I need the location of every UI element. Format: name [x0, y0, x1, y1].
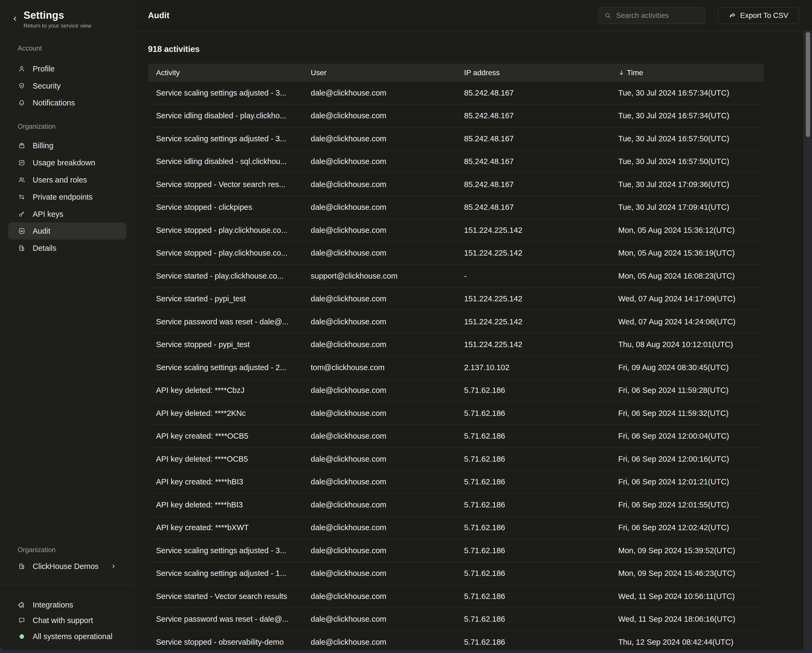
cell-activity: API key deleted: ****CbzJ — [156, 386, 311, 395]
sidebar-item-usage-breakdown[interactable]: Usage breakdown — [8, 154, 126, 171]
cell-time: Wed, 11 Sep 2024 10:56:11(UTC) — [618, 592, 764, 601]
cell-user: dale@clickhouse.com — [311, 157, 464, 166]
back-button[interactable] — [11, 15, 19, 24]
table-row[interactable]: Service stopped - observability-demo dal… — [148, 631, 764, 650]
activities-table: Activity User IP address Time Service sc… — [148, 64, 764, 650]
cell-activity: Service stopped - pypi_test — [156, 340, 311, 349]
section-label-organization-footer: Organization — [18, 546, 56, 554]
table-row[interactable]: Service started - Vector search results … — [148, 585, 764, 608]
chevron-right-icon — [110, 563, 117, 569]
sidebar-item-chat-support[interactable]: Chat with support — [8, 612, 126, 629]
table-row[interactable]: Service idling disabled - play.clickho..… — [148, 105, 764, 128]
cell-time: Fri, 06 Sep 2024 12:01:55(UTC) — [618, 500, 764, 509]
table-row[interactable]: API key deleted: ****2KNc dale@clickhous… — [148, 402, 764, 425]
sidebar-item-audit[interactable]: Audit — [8, 223, 126, 240]
column-header-user[interactable]: User — [311, 69, 464, 77]
usage-chart-icon — [18, 159, 25, 166]
table-row[interactable]: Service scaling settings adjusted - 3...… — [148, 539, 764, 562]
table-row[interactable]: API key deleted: ****CbzJ dale@clickhous… — [148, 379, 764, 402]
cell-activity: Service started - play.clickhouse.co... — [156, 272, 311, 281]
table-row[interactable]: Service scaling settings adjusted - 3...… — [148, 127, 764, 150]
cell-user: dale@clickhouse.com — [311, 386, 464, 395]
cell-activity: Service stopped - clickpipes — [156, 203, 311, 212]
scrollbar-thumb[interactable] — [806, 32, 810, 137]
cell-time: Fri, 06 Sep 2024 12:02:42(UTC) — [618, 523, 764, 532]
table-row[interactable]: Service stopped - play.clickhouse.co... … — [148, 242, 764, 265]
cell-ip: 85.242.48.167 — [464, 157, 618, 166]
sidebar-item-users-and-roles[interactable]: Users and roles — [8, 171, 126, 188]
sidebar-item-details[interactable]: Details — [8, 240, 126, 257]
sidebar-item-integrations[interactable]: Integrations — [8, 596, 126, 613]
table-row[interactable]: Service started - pypi_test dale@clickho… — [148, 288, 764, 311]
activities-count: 918 activities — [148, 44, 200, 54]
cell-user: dale@clickhouse.com — [311, 226, 464, 235]
sidebar-item-billing[interactable]: Billing — [8, 137, 126, 154]
sidebar-item-system-status[interactable]: All systems operational — [8, 628, 126, 645]
main-header: Audit Export To CSV — [134, 0, 812, 31]
cell-time: Fri, 06 Sep 2024 11:59:28(UTC) — [618, 386, 764, 395]
table-row[interactable]: API key created: ****bXWT dale@clickhous… — [148, 517, 764, 540]
cell-activity: API key created: ****bXWT — [156, 523, 311, 532]
table-row[interactable]: API key deleted: ****hBI3 dale@clickhous… — [148, 493, 764, 517]
key-icon — [18, 211, 25, 218]
cell-time: Tue, 30 Jul 2024 16:57:50(UTC) — [618, 157, 764, 166]
table-row[interactable]: Service password was reset - dale@... da… — [148, 608, 764, 631]
table-row[interactable]: Service stopped - Vector search res... d… — [148, 173, 764, 196]
table-row[interactable]: Service password was reset - dale@... da… — [148, 310, 764, 333]
table-header-row: Activity User IP address Time — [148, 64, 764, 82]
cell-time: Thu, 08 Aug 2024 10:12:01(UTC) — [618, 340, 764, 349]
cell-ip: 5.71.62.186 — [464, 500, 618, 509]
cell-ip: 85.242.48.167 — [464, 134, 618, 143]
table-row[interactable]: Service started - play.clickhouse.co... … — [148, 265, 764, 288]
search-input[interactable] — [598, 7, 705, 24]
sidebar-item-api-keys[interactable]: API keys — [8, 206, 126, 223]
section-label-organization: Organization — [18, 122, 56, 130]
sidebar-item-label: API keys — [33, 210, 63, 219]
table-row[interactable]: API key created: ****hBI3 dale@clickhous… — [148, 471, 764, 494]
column-header-activity[interactable]: Activity — [156, 69, 311, 77]
table-row[interactable]: Service scaling settings adjusted - 3...… — [148, 82, 764, 105]
table-row[interactable]: Service stopped - play.clickhouse.co... … — [148, 219, 764, 242]
cell-activity: Service started - Vector search results — [156, 592, 311, 601]
cell-time: Mon, 05 Aug 2024 15:36:12(UTC) — [618, 226, 764, 235]
cell-activity: Service password was reset - dale@... — [156, 615, 311, 624]
cell-ip: 5.71.62.186 — [464, 523, 618, 532]
cell-user: dale@clickhouse.com — [311, 111, 464, 120]
cell-ip: 85.242.48.167 — [464, 203, 618, 212]
sidebar-item-security[interactable]: Security — [8, 77, 126, 95]
cell-time: Fri, 09 Aug 2024 08:30:45(UTC) — [618, 363, 764, 372]
cell-activity: Service stopped - Vector search res... — [156, 180, 311, 189]
org-name: ClickHouse Demos — [33, 562, 99, 571]
sidebar-item-label: Security — [33, 82, 61, 90]
column-header-ip[interactable]: IP address — [464, 69, 618, 77]
cell-time: Fri, 06 Sep 2024 12:01:21(UTC) — [618, 478, 764, 486]
cell-user: dale@clickhouse.com — [311, 592, 464, 601]
cell-time: Fri, 06 Sep 2024 11:59:32(UTC) — [618, 409, 764, 418]
table-row[interactable]: Service scaling settings adjusted - 2...… — [148, 356, 764, 379]
building-icon — [18, 245, 25, 252]
cell-ip: 151.224.225.142 — [464, 226, 618, 235]
cell-activity: Service stopped - play.clickhouse.co... — [156, 226, 311, 235]
cell-activity: API key deleted: ****OCB5 — [156, 455, 311, 464]
sidebar-item-label: Details — [33, 244, 56, 253]
table-row[interactable]: Service idling disabled - sql.clickhou..… — [148, 150, 764, 174]
scrollbar-track[interactable] — [804, 31, 812, 650]
cell-activity: Service scaling settings adjusted - 3... — [156, 134, 311, 143]
table-row[interactable]: API key deleted: ****OCB5 dale@clickhous… — [148, 448, 764, 471]
sidebar-item-profile[interactable]: Profile — [8, 60, 126, 77]
table-row[interactable]: Service scaling settings adjusted - 1...… — [148, 562, 764, 585]
table-row[interactable]: Service stopped - pypi_test dale@clickho… — [148, 333, 764, 357]
org-switcher[interactable]: ClickHouse Demos — [8, 558, 126, 575]
sidebar-item-private-endpoints[interactable]: Private endpoints — [8, 188, 126, 206]
cell-time: Fri, 06 Sep 2024 12:00:04(UTC) — [618, 432, 764, 441]
cell-ip: 5.71.62.186 — [464, 615, 618, 624]
sidebar-item-notifications[interactable]: Notifications — [8, 94, 126, 111]
column-header-time[interactable]: Time — [618, 69, 764, 77]
table-row[interactable]: API key created: ****OCB5 dale@clickhous… — [148, 425, 764, 448]
cell-time: Tue, 30 Jul 2024 16:57:34(UTC) — [618, 88, 764, 98]
cell-time: Thu, 12 Sep 2024 08:42:44(UTC) — [618, 638, 764, 647]
cell-time: Wed, 11 Sep 2024 18:06:16(UTC) — [618, 615, 764, 624]
cell-user: dale@clickhouse.com — [311, 134, 464, 143]
export-csv-button[interactable]: Export To CSV — [718, 7, 799, 24]
table-row[interactable]: Service stopped - clickpipes dale@clickh… — [148, 196, 764, 219]
